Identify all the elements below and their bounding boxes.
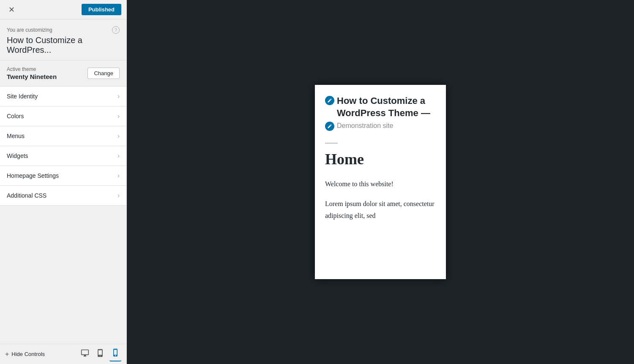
site-tagline-line: Demonstration site [325, 121, 436, 131]
customizing-title: How to Customize a WordPres... [7, 35, 120, 55]
preview-divider [325, 143, 338, 144]
nav-item-label: Site Identity [7, 93, 38, 100]
theme-label: Active theme [7, 66, 57, 72]
sidebar-header: ✕ Published [0, 0, 126, 19]
preview-card-header: How to Customize a WordPress Theme — Dem… [315, 85, 446, 131]
device-icons [79, 347, 121, 361]
edit-site-tagline-icon[interactable] [325, 122, 334, 131]
chevron-right-icon: › [118, 112, 120, 120]
chevron-right-icon: › [118, 172, 120, 179]
change-theme-button[interactable]: Change [87, 68, 120, 79]
preview-page-title: Home [325, 150, 436, 168]
site-tagline: Demonstration site [337, 122, 393, 130]
help-icon[interactable]: ? [112, 26, 120, 34]
mobile-icon[interactable] [109, 347, 121, 361]
hide-controls-label: Hide Controls [11, 351, 45, 357]
customizing-label: You are customizing ? [7, 26, 120, 34]
published-button[interactable]: Published [82, 4, 121, 15]
sidebar: ✕ Published You are customizing ? How to… [0, 0, 127, 364]
hide-controls-button[interactable]: + Hide Controls [5, 350, 45, 358]
theme-section: Active theme Twenty Nineteen Change [0, 60, 126, 87]
customizing-section: You are customizing ? How to Customize a… [0, 19, 126, 60]
nav-item-label: Additional CSS [7, 192, 46, 199]
preview-area: How to Customize a WordPress Theme — Dem… [127, 0, 634, 364]
customizing-text: You are customizing [7, 27, 52, 33]
site-title-line: How to Customize a WordPress Theme — [325, 95, 436, 119]
edit-site-title-icon[interactable] [325, 96, 334, 105]
nav-item-label: Homepage Settings [7, 172, 59, 179]
theme-info: Active theme Twenty Nineteen [7, 66, 57, 80]
nav-item-colors[interactable]: Colors › [0, 106, 126, 126]
sidebar-footer: + Hide Controls [0, 344, 126, 364]
nav-item-label: Menus [7, 133, 25, 139]
nav-item-homepage-settings[interactable]: Homepage Settings › [0, 166, 126, 186]
nav-item-site-identity[interactable]: Site Identity › [0, 87, 126, 106]
nav-item-additional-css[interactable]: Additional CSS › [0, 186, 126, 206]
theme-name: Twenty Nineteen [7, 73, 57, 80]
site-title: How to Customize a WordPress Theme — [337, 95, 436, 119]
preview-card: How to Customize a WordPress Theme — Dem… [315, 85, 446, 279]
chevron-right-icon: › [118, 92, 120, 100]
preview-body-text-1: Welcome to this website! [325, 178, 436, 190]
preview-body-text-2: Lorem ipsum dolor sit amet, consectetur … [325, 198, 436, 221]
nav-item-label: Colors [7, 113, 24, 120]
close-button[interactable]: ✕ [5, 4, 18, 15]
plus-icon: + [5, 350, 9, 358]
tablet-icon[interactable] [94, 347, 106, 361]
chevron-right-icon: › [118, 132, 120, 140]
nav-list: Site Identity › Colors › Menus › Widgets… [0, 87, 126, 364]
chevron-right-icon: › [118, 152, 120, 160]
nav-item-label: Widgets [7, 152, 28, 159]
nav-item-menus[interactable]: Menus › [0, 126, 126, 146]
nav-item-widgets[interactable]: Widgets › [0, 146, 126, 166]
desktop-icon[interactable] [79, 347, 91, 361]
chevron-right-icon: › [118, 192, 120, 199]
